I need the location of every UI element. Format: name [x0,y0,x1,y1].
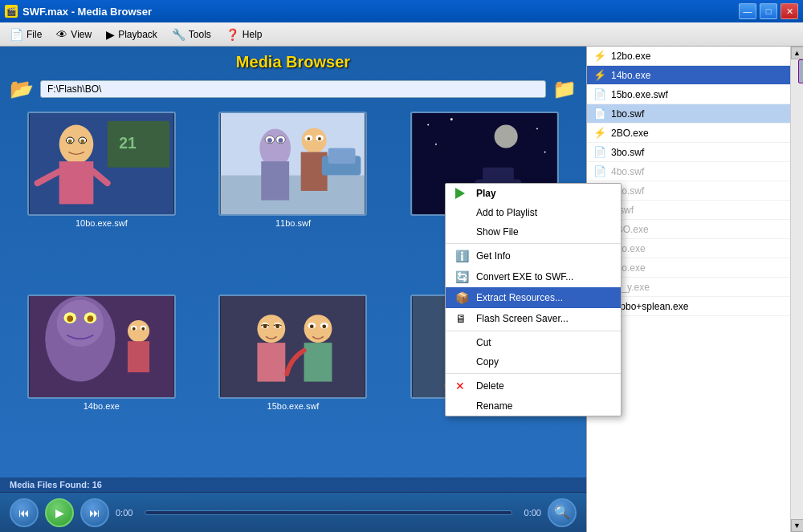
file-name: 1bo.swf [611,108,644,120]
ctx-add-playlist[interactable]: Add to Playlist [446,203,621,222]
svg-point-38 [544,151,546,152]
svg-point-8 [68,139,72,143]
ctx-info-label: Get Info [476,250,511,262]
menu-bar: 📄 File 👁 View ▶ Playback 🔧 Tools ❓ Help [0,22,803,47]
scroll-thumb[interactable] [798,59,804,83]
fast-forward-button[interactable]: ⏭ [80,498,109,527]
tools-menu-label: Tools [189,29,211,40]
playback-bar: ⏮ ▶ ⏭ 0:00 0:00 🔍 [0,492,586,532]
ctx-extract-resources[interactable]: 📦 Extract Resources... [446,287,621,308]
thumbnail-label: 14bo.exe [84,401,120,411]
svg-text:21: 21 [119,134,137,152]
ctx-saver-label: Flash Screen Saver... [476,313,569,324]
file-name: 15bo.exe.swf [611,89,668,100]
context-menu: Play Add to Playlist Show File ℹ️ Get In… [445,183,622,416]
play-button[interactable]: ▶ [45,498,74,527]
svg-point-30 [495,125,518,148]
file-icon: 📄 [593,108,606,120]
file-name: 2BO.exe [611,128,649,139]
file-menu-label: File [26,29,42,40]
ctx-info-icon: ℹ️ [455,250,470,262]
thumbnail-image [218,112,367,216]
file-name: 14bo.exe [611,70,650,81]
rewind-button[interactable]: ⏮ [10,498,39,527]
ctx-get-info[interactable]: ℹ️ Get Info [446,246,621,266]
thumbnail-item[interactable]: 15bo.exe.swf [202,294,385,469]
path-input[interactable] [40,80,546,98]
ctx-extract-icon: 📦 [455,291,470,304]
close-button[interactable]: ✕ [781,3,798,19]
ctx-cut-label: Cut [476,337,491,348]
svg-rect-52 [128,341,149,372]
svg-point-36 [450,118,453,120]
svg-point-37 [536,128,538,129]
svg-point-50 [132,327,136,331]
file-menu-icon: 📄 [10,28,23,41]
file-item[interactable]: ⚡ 12bo.exe [587,47,790,66]
ctx-saver-icon: 🖥 [455,312,470,325]
menu-help[interactable]: ❓ Help [219,26,269,43]
ctx-delete-label: Delete [476,380,504,392]
thumbnail-item[interactable]: 21 10bo.exe.swf [10,112,194,286]
minimize-button[interactable]: — [739,3,756,19]
svg-rect-53 [221,296,365,397]
menu-playback[interactable]: ▶ Playback [100,26,164,43]
svg-point-51 [141,327,145,331]
ctx-play-icon [455,188,470,199]
thumbnail-label: 15bo.exe.swf [267,401,320,411]
tools-menu-icon: 🔧 [172,28,185,41]
svg-point-19 [279,138,283,143]
ctx-flash-saver[interactable]: 🖥 Flash Screen Saver... [446,308,621,329]
scrollbar-vertical[interactable]: ▲ ▼ [790,47,803,532]
help-menu-icon: ❓ [226,28,239,41]
file-item[interactable]: 📄 1bo.swf [587,104,790,124]
svg-rect-28 [328,148,356,164]
title-bar: 🎬 SWF.max - Media Browser — □ ✕ [0,0,803,22]
ctx-convert-exe[interactable]: 🔄 Convert EXE to SWF... [446,266,621,287]
window-controls: — □ ✕ [739,3,798,19]
ctx-convert-label: Convert EXE to SWF... [476,271,573,282]
view-menu-icon: 👁 [56,28,67,41]
ctx-copy[interactable]: Copy [446,352,621,372]
file-name: 4bo.swf [611,166,644,177]
app-icon: 🎬 [5,5,18,18]
scroll-up-button[interactable]: ▲ [791,47,804,59]
svg-point-21 [302,128,327,152]
file-icon: ⚡ [593,127,606,139]
playback-menu-label: Playback [118,29,157,40]
folder-right-icon[interactable]: 📁 [552,78,577,100]
svg-point-39 [435,144,437,145]
file-item[interactable]: 📄 15bo.exe.swf [587,85,790,104]
thumbnail-item[interactable]: 11bo.swf [202,112,385,286]
folder-left-icon[interactable]: 📂 [10,78,34,100]
ctx-rename-label: Rename [476,400,512,412]
menu-tools[interactable]: 🔧 Tools [165,26,218,43]
scroll-down-button[interactable]: ▼ [791,519,804,532]
ctx-convert-icon: 🔄 [455,270,470,283]
menu-view[interactable]: 👁 View [50,26,98,43]
menu-file[interactable]: 📄 File [3,26,48,43]
maximize-button[interactable]: □ [760,3,777,19]
svg-rect-32 [483,168,514,185]
ctx-delete[interactable]: ✕ Delete [446,376,621,396]
search-button[interactable]: 🔍 [548,498,577,527]
file-item[interactable]: ⚡ 2BO.exe [587,124,790,143]
thumbnail-item[interactable]: 14bo.exe [10,294,194,469]
browser-title: Media Browser [0,47,586,75]
svg-point-24 [308,137,311,140]
ctx-show-file[interactable]: Show File [446,222,621,242]
media-panel: Media Browser 📂 📁 21 [0,47,586,532]
status-bar: Media Files Found: 16 [0,477,586,492]
ctx-rename[interactable]: Rename [446,396,621,416]
svg-rect-65 [304,343,332,381]
status-text: Media Files Found: 16 [10,480,102,489]
ctx-play[interactable]: Play [446,184,621,203]
file-item[interactable]: 📄 3bo.swf [587,143,790,162]
file-item[interactable]: 📄 4bo.swf [587,162,790,181]
file-item[interactable]: ⚡ 14bo.exe [587,66,790,85]
svg-point-63 [310,324,314,328]
seek-bar[interactable] [145,510,512,515]
svg-rect-13 [221,176,365,214]
ctx-cut[interactable]: Cut [446,333,621,352]
file-name: clipbo+splean.exe [611,301,688,312]
